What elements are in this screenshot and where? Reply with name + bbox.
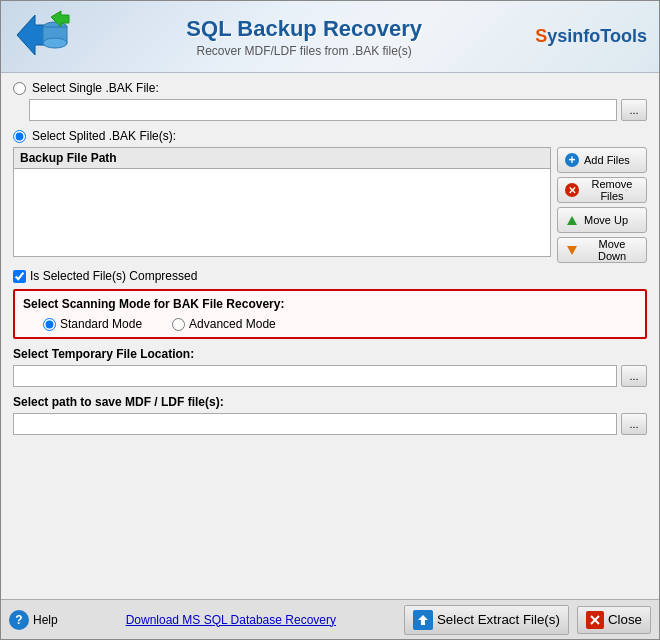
table-body [14,169,550,249]
standard-mode-option: Standard Mode [43,317,142,331]
scan-modes: Standard Mode Advanced Mode [43,317,637,331]
temp-location-input[interactable]: C:\Users\admin\AppData\Local\Temp\ [13,365,617,387]
advanced-mode-option: Advanced Mode [172,317,276,331]
app-subtitle: Recover MDF/LDF files from .BAK file(s) [85,44,523,58]
backup-table-header: Backup File Path [14,148,550,169]
svg-point-3 [43,38,67,48]
single-file-radio[interactable] [13,82,26,95]
single-browse-button[interactable]: ... [621,99,647,121]
download-link[interactable]: Download MS SQL Database Recovery [66,613,396,627]
header: SQL Backup Recovery Recover MDF/LDF file… [1,1,659,73]
single-file-option: Select Single .BAK File: [13,81,647,95]
single-file-label: Select Single .BAK File: [32,81,159,95]
brand-rest: ysinfoTools [547,26,647,46]
split-file-header: Select Splited .BAK File(s): [13,129,647,143]
close-label: Close [608,612,642,627]
save-path-row: ... [13,413,647,435]
advanced-mode-label: Advanced Mode [189,317,276,331]
svg-marker-5 [418,615,428,625]
compressed-checkbox[interactable] [13,270,26,283]
move-up-button[interactable]: Move Up [557,207,647,233]
save-path-label: Select path to save MDF / LDF file(s): [13,395,647,409]
backup-file-table: Backup File Path [13,147,551,257]
help-icon: ? [9,610,29,630]
temp-location-label: Select Temporary File Location: [13,347,647,361]
move-down-icon [564,242,580,258]
split-file-radio[interactable] [13,130,26,143]
single-file-input[interactable]: C:\Users\admin\Desktop\sysinfo2.bak [29,99,617,121]
action-buttons: + Add Files ✕ Remove Files [557,147,647,263]
brand-name: SysinfoTools [535,26,647,47]
remove-files-label: Remove Files [584,178,640,202]
main-content: Select Single .BAK File: C:\Users\admin\… [1,73,659,599]
temp-location-section: Select Temporary File Location: C:\Users… [13,347,647,387]
help-label: Help [33,613,58,627]
remove-icon: ✕ [564,182,580,198]
help-button[interactable]: ? Help [9,610,58,630]
save-browse-button[interactable]: ... [621,413,647,435]
close-icon [586,611,604,629]
split-file-section: Select Splited .BAK File(s): Backup File… [13,129,647,263]
add-icon: + [564,152,580,168]
move-down-button[interactable]: Move Down [557,237,647,263]
move-down-label: Move Down [584,238,640,262]
temp-browse-button[interactable]: ... [621,365,647,387]
standard-mode-radio[interactable] [43,318,56,331]
footer: ? Help Download MS SQL Database Recovery… [1,599,659,639]
move-up-icon [564,212,580,228]
split-file-label: Select Splited .BAK File(s): [32,129,176,143]
single-file-row: C:\Users\admin\Desktop\sysinfo2.bak ... [29,99,647,121]
save-path-section: Select path to save MDF / LDF file(s): .… [13,395,647,435]
compressed-label: Is Selected File(s) Compressed [30,269,197,283]
move-up-label: Move Up [584,214,628,226]
advanced-mode-radio[interactable] [172,318,185,331]
main-window: SQL Backup Recovery Recover MDF/LDF file… [0,0,660,640]
app-logo [13,9,73,64]
scan-mode-box: Select Scanning Mode for BAK File Recove… [13,289,647,339]
temp-location-row: C:\Users\admin\AppData\Local\Temp\ ... [13,365,647,387]
header-title: SQL Backup Recovery Recover MDF/LDF file… [85,16,523,58]
extract-button[interactable]: Select Extract File(s) [404,605,569,635]
scan-mode-title: Select Scanning Mode for BAK File Recove… [23,297,637,311]
standard-mode-label: Standard Mode [60,317,142,331]
remove-files-button[interactable]: ✕ Remove Files [557,177,647,203]
compressed-checkbox-row: Is Selected File(s) Compressed [13,269,647,283]
table-area: Backup File Path + Add Files ✕ Re [13,147,647,263]
brand-s: S [535,26,547,46]
extract-icon [413,610,433,630]
save-path-input[interactable] [13,413,617,435]
extract-label: Select Extract File(s) [437,612,560,627]
add-files-label: Add Files [584,154,630,166]
add-files-button[interactable]: + Add Files [557,147,647,173]
close-button[interactable]: Close [577,606,651,634]
app-title: SQL Backup Recovery [85,16,523,42]
